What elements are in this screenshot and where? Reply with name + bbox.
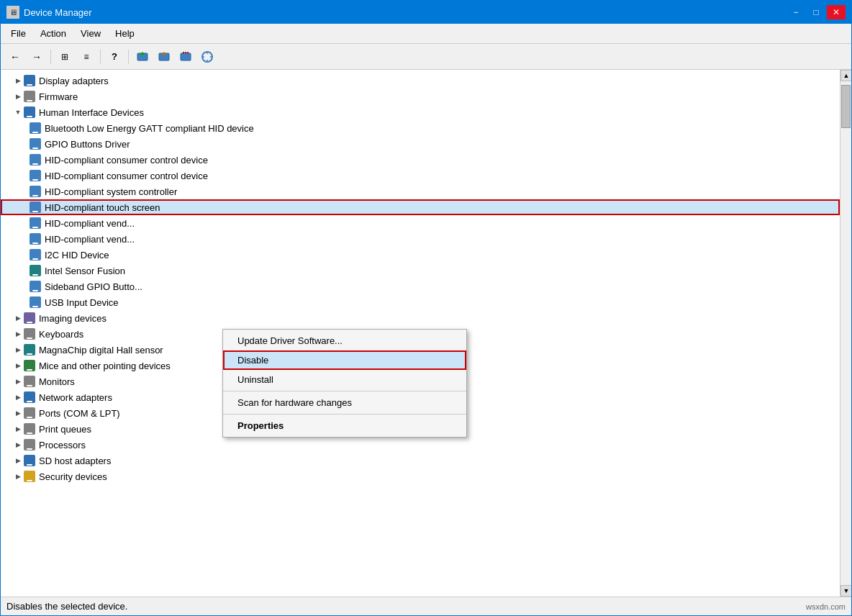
watermark: wsxdn.com bbox=[806, 602, 846, 611]
hid-vendor-2-label: HID-compliant vend... bbox=[45, 234, 135, 245]
menu-action[interactable]: Action bbox=[33, 25, 73, 42]
display-icon bbox=[24, 75, 35, 86]
context-menu: Update Driver Software... Disable Uninst… bbox=[222, 329, 467, 438]
sideband-icon bbox=[30, 281, 41, 292]
back-button[interactable]: ← bbox=[5, 47, 25, 66]
expand-security[interactable]: ▶ bbox=[12, 471, 24, 482]
hid-touch-icon bbox=[30, 201, 41, 213]
ctx-uninstall[interactable]: Uninstall bbox=[223, 370, 466, 389]
i2c-label: I2C HID Device bbox=[45, 250, 109, 261]
menu-file[interactable]: File bbox=[4, 25, 33, 42]
tree-item-sideband[interactable]: Sideband GPIO Butto... bbox=[1, 278, 840, 294]
tree-item-hid-vendor-1[interactable]: HID-compliant vend... bbox=[1, 215, 840, 231]
app-icon: 🖥 bbox=[6, 6, 19, 19]
firmware-icon bbox=[24, 91, 35, 102]
hid-consumer-2-icon bbox=[30, 170, 41, 181]
scroll-track[interactable] bbox=[840, 81, 851, 585]
tree-item-imaging[interactable]: ▶ Imaging devices bbox=[1, 310, 840, 326]
expand-firmware[interactable]: ▶ bbox=[12, 91, 24, 102]
tree-item-sd[interactable]: ▶ SD host adapters bbox=[1, 453, 840, 468]
tree-item-bluetooth-hid[interactable]: Bluetooth Low Energy GATT compliant HID … bbox=[1, 120, 840, 136]
expand-ports[interactable]: ▶ bbox=[12, 407, 24, 419]
processors-label: Processors bbox=[39, 440, 86, 450]
title-bar-controls: − □ ✕ bbox=[787, 5, 846, 19]
tree-item-firmware[interactable]: ▶ Firmware bbox=[1, 89, 840, 104]
tree-item-hid[interactable]: ▼ Human Interface Devices bbox=[1, 104, 840, 120]
tree-item-hid-touch[interactable]: HID-compliant touch screen bbox=[1, 199, 840, 215]
tree-item-security[interactable]: ▶ Security devices bbox=[1, 468, 840, 484]
sideband-label: Sideband GPIO Butto... bbox=[45, 281, 142, 292]
window-title: Device Manager bbox=[24, 7, 92, 18]
bluetooth-hid-label: Bluetooth Low Energy GATT compliant HID … bbox=[45, 123, 254, 134]
minimize-button[interactable]: − bbox=[787, 5, 805, 19]
toolbar-separator-1 bbox=[50, 50, 51, 64]
processors-icon bbox=[24, 439, 35, 450]
scan-changes-button[interactable] bbox=[197, 47, 217, 66]
imaging-label: Imaging devices bbox=[39, 313, 106, 324]
scroll-down[interactable]: ▼ bbox=[840, 585, 851, 597]
tree-item-hid-vendor-2[interactable]: HID-compliant vend... bbox=[1, 231, 840, 247]
help-button[interactable]: ? bbox=[104, 47, 124, 66]
tree-item-processors[interactable]: ▶ Processors bbox=[1, 437, 840, 453]
firmware-label: Firmware bbox=[39, 91, 78, 102]
uninstall-button[interactable] bbox=[176, 47, 196, 66]
scrollbar[interactable]: ▲ ▼ bbox=[840, 70, 851, 597]
ports-icon bbox=[24, 407, 35, 419]
maximize-button[interactable]: □ bbox=[807, 5, 825, 19]
expand-magnachip[interactable]: ▶ bbox=[12, 344, 24, 355]
expand-keyboards[interactable]: ▶ bbox=[12, 328, 24, 340]
expand-imaging[interactable]: ▶ bbox=[12, 312, 24, 324]
expand-mice[interactable]: ▶ bbox=[12, 360, 24, 371]
expand-print[interactable]: ▶ bbox=[12, 423, 24, 435]
expand-monitors[interactable]: ▶ bbox=[12, 376, 24, 387]
tree-item-gpio-buttons[interactable]: GPIO Buttons Driver bbox=[1, 136, 840, 152]
menu-view[interactable]: View bbox=[73, 25, 108, 42]
tree-item-i2c[interactable]: I2C HID Device bbox=[1, 247, 840, 263]
update-driver-button[interactable] bbox=[132, 47, 153, 66]
scroll-up[interactable]: ▲ bbox=[840, 70, 851, 81]
expand-sd[interactable]: ▶ bbox=[12, 455, 24, 466]
list-button[interactable]: ≡ bbox=[76, 47, 96, 66]
scroll-thumb[interactable] bbox=[841, 85, 851, 128]
menu-bar: File Action View Help bbox=[1, 24, 851, 44]
rollback-driver-button[interactable] bbox=[154, 47, 174, 66]
expand-network[interactable]: ▶ bbox=[12, 391, 24, 403]
keyboards-label: Keyboards bbox=[39, 329, 83, 340]
expand-display[interactable]: ▶ bbox=[12, 75, 24, 86]
ctx-separator-2 bbox=[223, 414, 466, 415]
forward-button[interactable]: → bbox=[27, 47, 47, 66]
ctx-disable[interactable]: Disable bbox=[223, 350, 466, 370]
hid-vendor-1-label: HID-compliant vend... bbox=[45, 218, 135, 229]
ctx-properties[interactable]: Properties bbox=[223, 416, 466, 435]
keyboards-icon bbox=[24, 328, 35, 340]
hid-system-label: HID-compliant system controller bbox=[45, 186, 177, 197]
main-content: ▶ Display adapters ▶ Firmware ▼ Human In… bbox=[1, 70, 851, 597]
ctx-update-driver[interactable]: Update Driver Software... bbox=[223, 331, 466, 350]
usb-input-label: USB Input Device bbox=[45, 297, 119, 308]
expand-processors[interactable]: ▶ bbox=[12, 439, 24, 450]
tree-item-intel-sensor[interactable]: Intel Sensor Fusion bbox=[1, 263, 840, 278]
tree-item-hid-consumer-1[interactable]: HID-compliant consumer control device bbox=[1, 152, 840, 168]
toolbar-separator-3 bbox=[128, 50, 129, 64]
status-text: Disables the selected device. bbox=[6, 601, 127, 612]
bluetooth-hid-icon bbox=[30, 122, 41, 134]
tree-item-usb-input[interactable]: USB Input Device bbox=[1, 294, 840, 310]
close-button[interactable]: ✕ bbox=[827, 5, 846, 19]
ctx-scan[interactable]: Scan for hardware changes bbox=[223, 393, 466, 412]
tree-item-hid-system[interactable]: HID-compliant system controller bbox=[1, 184, 840, 199]
tree-item-hid-consumer-2[interactable]: HID-compliant consumer control device bbox=[1, 168, 840, 184]
network-label: Network adapters bbox=[39, 392, 112, 403]
intel-sensor-icon bbox=[30, 265, 41, 276]
security-label: Security devices bbox=[39, 471, 107, 482]
svg-rect-4 bbox=[181, 53, 191, 60]
device-tree[interactable]: ▶ Display adapters ▶ Firmware ▼ Human In… bbox=[1, 70, 840, 597]
title-bar-left: 🖥 Device Manager bbox=[6, 6, 92, 19]
status-bar: Disables the selected device. wsxdn.com bbox=[1, 597, 851, 615]
usb-input-icon bbox=[30, 296, 41, 308]
hid-vendor-2-icon bbox=[30, 233, 41, 245]
properties-button[interactable]: ⊞ bbox=[55, 47, 75, 66]
expand-hid[interactable]: ▼ bbox=[12, 107, 24, 118]
toolbar-separator-2 bbox=[100, 50, 101, 64]
menu-help[interactable]: Help bbox=[108, 25, 142, 42]
tree-item-display[interactable]: ▶ Display adapters bbox=[1, 73, 840, 89]
